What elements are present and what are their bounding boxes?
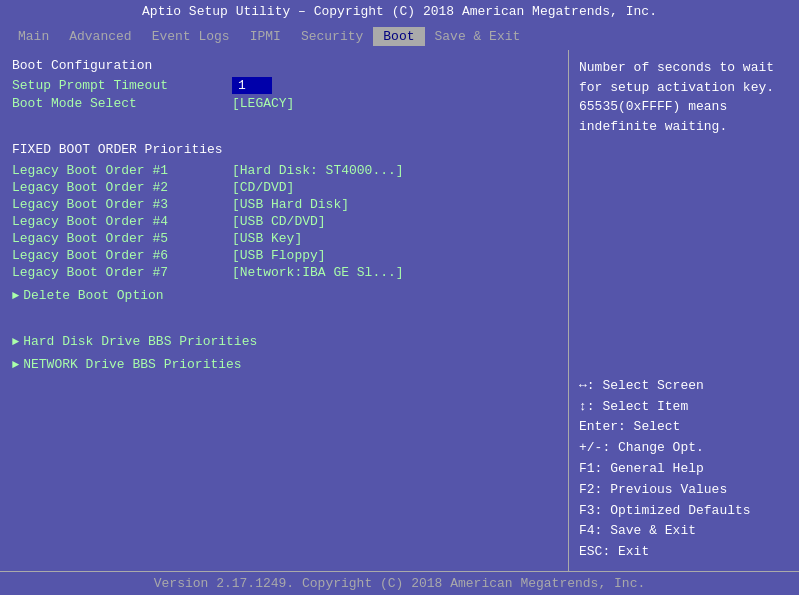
key-help-item: ESC: Exit	[579, 542, 789, 563]
divider1	[12, 119, 556, 134]
key-help-item: F2: Previous Values	[579, 480, 789, 501]
boot-order-row-3[interactable]: Legacy Boot Order #3[USB Hard Disk]	[12, 197, 556, 212]
setup-prompt-value[interactable]: 1	[232, 77, 272, 94]
network-drive-priorities[interactable]: ► NETWORK Drive BBS Priorities	[12, 357, 556, 372]
hard-disk-drive-priorities[interactable]: ► Hard Disk Drive BBS Priorities	[12, 334, 556, 349]
title-text: Aptio Setup Utility – Copyright (C) 2018…	[142, 4, 657, 19]
boot-mode-row: Boot Mode Select [LEGACY]	[12, 96, 556, 111]
key-help-item: ↕: Select Item	[579, 397, 789, 418]
boot-order-label-3: Legacy Boot Order #3	[12, 197, 232, 212]
key-help-item: +/-: Change Opt.	[579, 438, 789, 459]
key-help: ↔: Select Screen↕: Select ItemEnter: Sel…	[579, 376, 789, 563]
left-panel: Boot Configuration Setup Prompt Timeout …	[0, 50, 569, 571]
boot-order-label-5: Legacy Boot Order #5	[12, 231, 232, 246]
key-help-item: ↔: Select Screen	[579, 376, 789, 397]
footer: Version 2.17.1249. Copyright (C) 2018 Am…	[0, 571, 799, 595]
boot-order-row-7[interactable]: Legacy Boot Order #7[Network:IBA GE Sl..…	[12, 265, 556, 280]
app: Aptio Setup Utility – Copyright (C) 2018…	[0, 0, 799, 595]
key-help-item: F4: Save & Exit	[579, 521, 789, 542]
delete-boot-option[interactable]: ► Delete Boot Option	[12, 288, 556, 303]
boot-order-value-5: [USB Key]	[232, 231, 302, 246]
boot-order-label-4: Legacy Boot Order #4	[12, 214, 232, 229]
setup-prompt-row: Setup Prompt Timeout 1	[12, 77, 556, 94]
key-help-item: F3: Optimized Defaults	[579, 501, 789, 522]
menu-item-ipmi[interactable]: IPMI	[240, 27, 291, 46]
footer-text: Version 2.17.1249. Copyright (C) 2018 Am…	[154, 576, 645, 591]
boot-order-row-5[interactable]: Legacy Boot Order #5[USB Key]	[12, 231, 556, 246]
boot-order-value-4: [USB CD/DVD]	[232, 214, 326, 229]
title-bar: Aptio Setup Utility – Copyright (C) 2018…	[0, 0, 799, 23]
boot-order-value-7: [Network:IBA GE Sl...]	[232, 265, 404, 280]
help-text: Number of seconds to wait for setup acti…	[579, 58, 789, 136]
arrow-icon-hdd: ►	[12, 335, 19, 349]
boot-orders-container: Legacy Boot Order #1[Hard Disk: ST4000..…	[12, 163, 556, 280]
boot-mode-label: Boot Mode Select	[12, 96, 232, 111]
menu-item-main[interactable]: Main	[8, 27, 59, 46]
network-drive-label: NETWORK Drive BBS Priorities	[23, 357, 241, 372]
boot-order-row-4[interactable]: Legacy Boot Order #4[USB CD/DVD]	[12, 214, 556, 229]
menu-item-event-logs[interactable]: Event Logs	[142, 27, 240, 46]
boot-order-value-3: [USB Hard Disk]	[232, 197, 349, 212]
boot-order-label-6: Legacy Boot Order #6	[12, 248, 232, 263]
boot-order-value-6: [USB Floppy]	[232, 248, 326, 263]
arrow-icon-net: ►	[12, 358, 19, 372]
key-help-item: Enter: Select	[579, 417, 789, 438]
boot-order-row-2[interactable]: Legacy Boot Order #2[CD/DVD]	[12, 180, 556, 195]
menu-item-save-and-exit[interactable]: Save & Exit	[425, 27, 531, 46]
boot-mode-value[interactable]: [LEGACY]	[232, 96, 294, 111]
boot-order-label-2: Legacy Boot Order #2	[12, 180, 232, 195]
main-content: Boot Configuration Setup Prompt Timeout …	[0, 50, 799, 571]
fixed-boot-title: FIXED BOOT ORDER Priorities	[12, 142, 556, 157]
boot-order-value-2: [CD/DVD]	[232, 180, 294, 195]
boot-config-title: Boot Configuration	[12, 58, 556, 73]
menu-item-boot[interactable]: Boot	[373, 27, 424, 46]
key-help-item: F1: General Help	[579, 459, 789, 480]
boot-order-row-1[interactable]: Legacy Boot Order #1[Hard Disk: ST4000..…	[12, 163, 556, 178]
hard-disk-drive-label: Hard Disk Drive BBS Priorities	[23, 334, 257, 349]
boot-order-label-1: Legacy Boot Order #1	[12, 163, 232, 178]
arrow-icon-delete: ►	[12, 289, 19, 303]
boot-order-row-6[interactable]: Legacy Boot Order #6[USB Floppy]	[12, 248, 556, 263]
setup-prompt-label: Setup Prompt Timeout	[12, 78, 232, 93]
right-panel: Number of seconds to wait for setup acti…	[569, 50, 799, 571]
menu-item-security[interactable]: Security	[291, 27, 373, 46]
menu-item-advanced[interactable]: Advanced	[59, 27, 141, 46]
delete-boot-label: Delete Boot Option	[23, 288, 163, 303]
boot-order-value-1: [Hard Disk: ST4000...]	[232, 163, 404, 178]
divider2	[12, 311, 556, 326]
boot-order-label-7: Legacy Boot Order #7	[12, 265, 232, 280]
menu-bar: MainAdvancedEvent LogsIPMISecurityBootSa…	[0, 23, 799, 50]
